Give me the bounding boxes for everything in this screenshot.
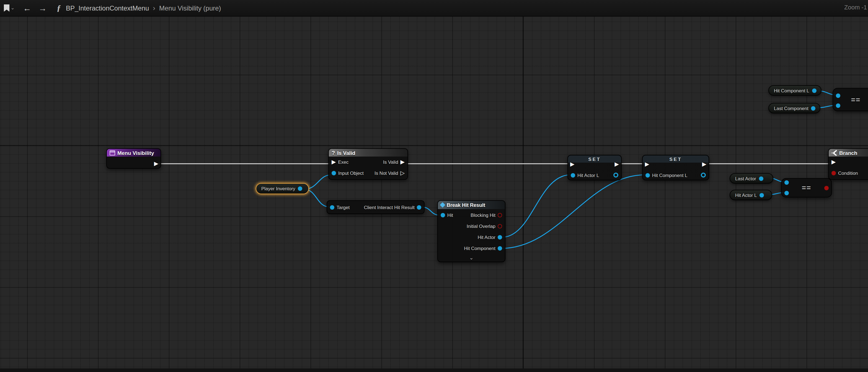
pin-label-is-valid: Is Valid (383, 159, 398, 165)
bookmarks-dropdown[interactable]: ⌄ (4, 4, 15, 12)
pin-row: Condition (829, 168, 868, 179)
breadcrumb-separator-icon: › (153, 4, 155, 12)
condition-pin[interactable] (832, 171, 836, 175)
node-break-hit-result[interactable]: Break Hit Result Hit Blocking Hit Initia… (437, 200, 505, 262)
branch-icon (832, 150, 837, 156)
exec-in-pin[interactable]: ▶ (570, 162, 574, 167)
node-get-last-actor[interactable]: Last Actor (730, 173, 773, 184)
nav-back-button[interactable]: ← (23, 4, 31, 12)
node-get-hit-component-l[interactable]: Hit Component L (768, 85, 822, 96)
node-header: ? Is Valid (329, 149, 407, 157)
pin-label-condition: Condition (838, 170, 858, 176)
pin-label: Hit Actor L (578, 173, 599, 178)
breadcrumb-current[interactable]: Menu Visibility (pure) (159, 4, 221, 12)
function-entry-icon (110, 150, 115, 155)
question-icon: ? (332, 149, 335, 156)
pin-label-initial-overlap: Initial Overlap (467, 224, 495, 229)
node-title: SET (643, 157, 709, 162)
zoom-indicator: Zoom -1 (844, 4, 867, 10)
result-out-pin[interactable] (417, 205, 421, 209)
node-menu-visibility[interactable]: Menu Visibility ▶ (106, 148, 161, 169)
output-pin[interactable] (759, 176, 764, 180)
blueprint-graph-canvas[interactable]: Menu Visibility ▶ ? Is Valid ▶ Exec Is V… (0, 16, 868, 372)
pin-label-exec: Exec (338, 159, 348, 165)
result-out-pin[interactable] (824, 186, 829, 190)
pin-row: ▶ (829, 157, 868, 168)
output-pin[interactable] (298, 187, 303, 191)
variable-label: Last Component (774, 105, 808, 111)
node-get-hit-actor-l[interactable]: Hit Actor L (730, 190, 772, 200)
nav-forward-button[interactable]: → (38, 4, 47, 12)
node-header: Menu Visibility (107, 149, 160, 157)
exec-in-pin[interactable]: ▶ (332, 159, 336, 165)
function-icon: ƒ (57, 3, 61, 13)
initial-overlap-pin[interactable] (498, 224, 502, 229)
hit-component-l-in-pin[interactable] (646, 173, 650, 177)
node-header: Break Hit Result (438, 201, 505, 209)
unreal-blueprint-editor: ⌄ ← → ƒ BP_InteractionContextMenu › Menu… (0, 0, 868, 372)
pin-label-is-not-valid: Is Not Valid (374, 170, 398, 176)
value-out-pin[interactable] (613, 173, 618, 177)
node-title: SET (568, 157, 621, 162)
pin-row: Initial Overlap (438, 221, 505, 232)
variable-label: Last Actor (735, 176, 756, 181)
hit-actor-out-pin[interactable] (498, 235, 502, 239)
variable-label: Hit Actor L (735, 192, 757, 198)
bookmark-icon (4, 4, 9, 12)
expand-pins-chevron[interactable]: ⌄ (438, 255, 505, 262)
wire-hitactor-to-set1 (501, 175, 571, 237)
node-title: Menu Visibility (117, 149, 154, 156)
output-pin[interactable] (812, 88, 816, 93)
variable-label: Hit Component L (774, 88, 809, 93)
node-equal-component[interactable]: == (833, 88, 868, 111)
output-pin[interactable] (811, 106, 816, 110)
pin-label-input-object: Input Object (338, 170, 364, 176)
value-out-pin[interactable] (701, 173, 706, 177)
exec-in-pin[interactable]: ▶ (832, 159, 836, 165)
caret-down-icon: ⌄ (10, 5, 15, 10)
exec-out-pin-is-valid[interactable]: ▶ (401, 159, 405, 165)
pin-row: Hit Blocking Hit (438, 209, 505, 221)
node-title: Break Hit Result (447, 202, 485, 208)
exec-out-pin[interactable]: ▶ (154, 161, 158, 167)
pin-label-hit-component: Hit Component (464, 246, 495, 251)
node-get-player-inventory[interactable]: Player Inventory (256, 183, 309, 194)
graph-toolbar: ⌄ ← → ƒ BP_InteractionContextMenu › Menu… (0, 0, 868, 16)
node-title: Branch (839, 149, 857, 156)
node-is-valid[interactable]: ? Is Valid ▶ Exec Is Valid ▶ Input Objec… (328, 148, 408, 180)
node-set-hit-component-l[interactable]: SET ▶ ▶ Hit Component L (642, 155, 709, 180)
output-pin[interactable] (760, 193, 764, 197)
target-pin[interactable] (330, 205, 334, 209)
pin-label-target: Target (337, 204, 349, 210)
node-set-hit-actor-l[interactable]: SET ▶ ▶ Hit Actor L (567, 155, 622, 180)
variable-label: Player Inventory (261, 186, 295, 192)
exec-out-pin[interactable]: ▶ (615, 162, 619, 167)
pin-row: Hit Actor (438, 232, 505, 243)
operator-label: == (782, 179, 832, 197)
pin-row: ▶ Exec Is Valid ▶ (329, 157, 407, 168)
blocking-hit-pin[interactable] (498, 213, 502, 217)
node-branch[interactable]: Branch ▶ Condition (828, 148, 868, 180)
pin-label-blocking-hit: Blocking Hit (470, 212, 495, 218)
wire-hitcomponent-to-set2 (501, 175, 646, 248)
hit-component-out-pin[interactable] (498, 246, 502, 250)
node-title: Is Valid (337, 149, 355, 156)
pin-label-hit: Hit (447, 212, 453, 218)
node-get-last-component[interactable]: Last Component (768, 103, 820, 113)
pin-label-result: Client Interact Hit Result (364, 204, 414, 210)
breadcrumb-root[interactable]: BP_InteractionContextMenu (66, 4, 149, 12)
pin-row: Input Object Is Not Valid ▷ (329, 168, 407, 179)
node-equal-actor[interactable]: == (781, 178, 832, 198)
node-client-interact-hit-result[interactable]: Target Client Interact Hit Result (327, 200, 425, 214)
exec-in-pin[interactable]: ▶ (645, 162, 649, 167)
hit-actor-l-in-pin[interactable] (571, 173, 575, 177)
input-object-pin[interactable] (332, 171, 336, 175)
pin-label: Hit Component L (652, 173, 687, 178)
exec-out-pin-is-not-valid[interactable]: ▷ (401, 170, 405, 176)
operator-label: == (833, 89, 868, 111)
break-struct-icon (440, 202, 445, 208)
hit-in-pin[interactable] (441, 213, 445, 217)
pin-row: Target Client Interact Hit Result (327, 201, 424, 213)
pin-label-hit-actor: Hit Actor (478, 235, 495, 240)
exec-out-pin[interactable]: ▶ (702, 162, 706, 167)
